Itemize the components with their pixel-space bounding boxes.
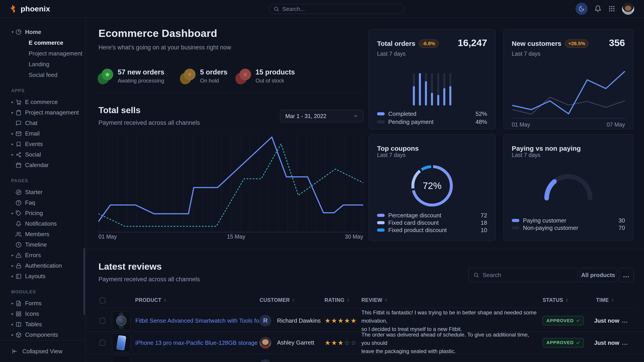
sidebar-item-project-management[interactable]: ▸Project management <box>0 107 86 118</box>
grid-icon <box>16 311 22 317</box>
customer-cell: Ashley Garrett <box>260 337 314 349</box>
navbar-actions <box>576 0 634 17</box>
brand[interactable]: phoenix <box>9 0 50 17</box>
column-header-status[interactable]: STATUS <box>543 297 569 303</box>
main-content: Ecommerce Dashboard Here's what's going … <box>86 18 644 362</box>
sidebar-item-label: Tables <box>25 321 42 328</box>
sidebar-item-e-commerce[interactable]: ▸E commerce <box>0 97 86 107</box>
all-products-button[interactable]: All products <box>580 268 616 282</box>
latest-reviews-subtitle: Payment received across all channels <box>98 276 200 283</box>
product-link[interactable]: iPhone 13 pro max-Pacific Blue-128GB sto… <box>136 339 258 346</box>
legend-label: Fixed card discount <box>388 219 438 226</box>
mail-icon <box>16 131 22 137</box>
sort-icon <box>163 298 167 302</box>
apps-menu-button[interactable] <box>608 5 615 12</box>
sidebar-item-label: Events <box>25 141 43 148</box>
sidebar-item-label: Notifications <box>25 220 57 227</box>
sidebar-item-chat[interactable]: Chat <box>0 118 86 128</box>
sidebar-subitem-e-commerce[interactable]: E commerce <box>0 37 86 48</box>
section-divider <box>86 249 644 249</box>
date-range-select[interactable]: Mar 1 - 31, 2022 <box>280 110 364 122</box>
pie-chart-icon <box>16 29 22 35</box>
sidebar-item-authentication[interactable]: ▸Authentication <box>0 261 86 271</box>
sort-icon <box>292 298 295 302</box>
legend-value: 10 <box>481 227 487 234</box>
sidebar-item-label: Pricing <box>25 210 43 217</box>
sidebar-scrollbar[interactable] <box>84 248 85 315</box>
caret-right-icon: ▸ <box>10 274 15 279</box>
sidebar-subitem-landing[interactable]: Landing <box>0 59 86 69</box>
sidebar-item-pricing[interactable]: ▸Pricing <box>0 208 86 218</box>
product-thumbnail <box>112 311 131 330</box>
sidebar-item-components[interactable]: ▸Components <box>0 330 86 340</box>
sidebar-item-forms[interactable]: ▸Forms <box>0 298 86 309</box>
order-bar <box>443 73 445 105</box>
row-checkbox[interactable] <box>100 318 106 324</box>
sidebar-item-tables[interactable]: ▸Tables <box>0 319 86 330</box>
sidebar-item-errors[interactable]: ▸Errors <box>0 250 86 261</box>
theme-toggle-button[interactable] <box>576 3 588 15</box>
sidebar-item-faq[interactable]: Faq <box>0 197 86 208</box>
sidebar-item-social[interactable]: ▸Social <box>0 149 86 160</box>
sidebar-item-timeline[interactable]: Timeline <box>0 240 86 250</box>
bell-icon <box>594 5 602 12</box>
collapsed-view-toggle[interactable]: Collapsed View <box>0 340 86 362</box>
sidebar-item-home[interactable]: ▾Home <box>0 27 86 37</box>
sidebar-item-label: E commerce <box>25 99 58 105</box>
column-header-customer[interactable]: CUSTOMER <box>260 297 295 303</box>
column-header-rating[interactable]: RATING <box>324 297 350 303</box>
sidebar-item-notifications[interactable]: Notifications <box>0 218 86 229</box>
sidebar-item-icons[interactable]: ▸Icons <box>0 309 86 319</box>
column-header-time[interactable]: TIME <box>596 297 614 303</box>
column-header-review[interactable]: REVIEW <box>362 297 388 303</box>
sidebar-item-label: Home <box>25 29 41 35</box>
sidebar-item-label: Authentication <box>25 262 62 269</box>
notifications-button[interactable] <box>594 5 602 12</box>
sidebar-subitem-project-management[interactable]: Project management <box>0 48 86 59</box>
column-header-product[interactable]: PRODUCT <box>135 297 167 303</box>
card-title: Top coupons <box>377 145 419 152</box>
sidebar-item-email[interactable]: ▸Email <box>0 128 86 139</box>
row-checkbox[interactable] <box>100 340 106 346</box>
sidebar-item-events[interactable]: ▸Events <box>0 139 86 149</box>
sidebar-subitem-social-feed[interactable]: Social feed <box>0 69 86 80</box>
order-bar <box>413 73 415 105</box>
legend-swatch <box>377 214 385 217</box>
row-actions-button[interactable]: … <box>622 339 628 346</box>
share-icon <box>16 152 22 158</box>
x-tick: 15 May <box>227 233 245 240</box>
sidebar-item-layouts[interactable]: ▸Layouts <box>0 271 86 282</box>
caret-right-icon: ▸ <box>10 333 15 337</box>
sidebar-subitem-label: Project management <box>29 50 82 57</box>
brand-name: phoenix <box>20 4 50 13</box>
select-all-checkbox[interactable] <box>100 298 106 304</box>
product-link[interactable]: Fitbit Sense Advanced Smartwatch with To… <box>136 317 264 324</box>
legend-label: Fixed product discount <box>388 227 447 234</box>
paying-card: Paying vs non paying Last 7 days Paying … <box>504 134 633 241</box>
sidebar-item-starter[interactable]: Starter <box>0 187 86 197</box>
global-search-input[interactable] <box>282 6 390 12</box>
review-text: The order was delivered ahead of schedul… <box>362 330 538 355</box>
reviews-search[interactable] <box>468 268 578 282</box>
sidebar-item-label: Errors <box>25 252 41 259</box>
row-actions-button[interactable]: … <box>622 317 628 324</box>
reviews-more-button[interactable]: … <box>619 268 634 282</box>
rating-stars: ★★★☆☆ <box>325 339 357 347</box>
help-icon <box>16 200 22 206</box>
sidebar-item-members[interactable]: Members <box>0 229 86 240</box>
table-row: Fitbit Sense Advanced Smartwatch with To… <box>86 310 644 332</box>
cart-icon <box>16 99 22 105</box>
sidebar-subitem-label: E commerce <box>29 39 63 46</box>
card-title: New customers <box>512 40 562 47</box>
global-search[interactable] <box>269 4 404 14</box>
user-avatar[interactable] <box>622 3 634 15</box>
collapse-icon <box>11 348 18 355</box>
sidebar-item-calendar[interactable]: Calendar <box>0 160 86 170</box>
reviews-search-input[interactable] <box>483 272 568 279</box>
sidebar-item-label: Faq <box>25 199 35 206</box>
sidebar: ▾HomeE commerceProject managementLanding… <box>0 18 86 362</box>
coupons-legend-item: Percentage discount72 <box>377 212 487 219</box>
search-icon <box>274 6 279 12</box>
sidebar-item-label: Components <box>25 331 58 338</box>
caret-right-icon: ▸ <box>10 142 15 146</box>
